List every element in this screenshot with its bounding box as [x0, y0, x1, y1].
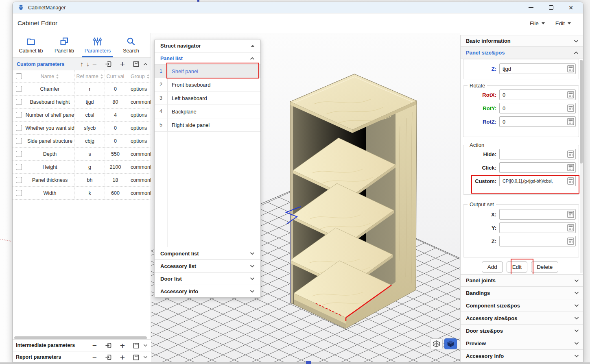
col-header-group[interactable]: Group — [131, 74, 145, 79]
minimize-button[interactable] — [528, 4, 534, 11]
calculator-icon[interactable] — [567, 118, 574, 125]
sort-icon[interactable] — [56, 74, 59, 79]
add-icon[interactable]: + — [120, 60, 125, 68]
calculator-icon[interactable] — [567, 105, 574, 112]
struct-navigator-header[interactable]: Struct navigator — [155, 39, 260, 52]
remove-icon[interactable]: − — [92, 60, 97, 68]
row-checkbox[interactable] — [16, 99, 22, 105]
panel-list-item-shelf-panel[interactable]: 1 Shelf panel — [155, 65, 260, 78]
rotx-input[interactable] — [499, 89, 576, 100]
sort-icon[interactable] — [100, 74, 103, 79]
calculator-icon[interactable] — [567, 238, 574, 245]
row-checkbox[interactable] — [16, 190, 22, 196]
select-all-checkbox[interactable] — [16, 73, 22, 79]
calculator-icon[interactable] — [567, 177, 574, 185]
calculator-icon[interactable] — [567, 164, 574, 171]
menu-edit[interactable]: Edit — [555, 20, 571, 26]
import-icon[interactable] — [105, 342, 112, 349]
calculator-icon[interactable] — [567, 65, 574, 72]
collapse-icon[interactable] — [143, 63, 148, 66]
section-accessory-info[interactable]: Accessory info — [155, 285, 260, 297]
out-z-input[interactable] — [499, 236, 576, 246]
section-door-list[interactable]: Door list — [155, 272, 260, 285]
panel-list-header[interactable]: Panel list — [155, 52, 260, 65]
table-row[interactable]: Side panel structure cbjg 0 options — [13, 135, 151, 148]
hide-input[interactable] — [499, 149, 576, 159]
table-row[interactable]: Number of shelf pane cbsl 4 options — [13, 109, 151, 122]
tab-cabinet-lib[interactable]: Cabinet lib — [14, 33, 48, 57]
remove-icon[interactable]: − — [92, 353, 97, 361]
row-checkbox[interactable] — [16, 112, 22, 118]
click-input[interactable] — [499, 162, 576, 173]
col-header-val[interactable]: Curr val — [107, 74, 125, 79]
table-row[interactable]: Height g 2100 commonly — [13, 161, 151, 174]
tab-parameters[interactable]: Parameters — [81, 33, 114, 57]
section-accessory-list[interactable]: Accessory list — [155, 259, 260, 272]
table-row[interactable]: Panel thickness bh 18 commonly — [13, 174, 151, 187]
vertical-scrollbar[interactable] — [580, 60, 583, 273]
edit-button[interactable]: Edit — [507, 262, 527, 272]
section-panel-size-pos[interactable]: Panel size&pos — [461, 47, 583, 59]
table-row[interactable]: Baseboard height tjgd 80 commonly — [13, 96, 151, 109]
tab-panel-lib[interactable]: Panel lib — [48, 33, 81, 57]
calculator-icon[interactable] — [567, 150, 574, 158]
collapse-triangle-icon[interactable] — [251, 45, 255, 47]
horizontal-scrollbar[interactable] — [14, 336, 147, 339]
section-accessory-size-pos[interactable]: Accessory size&pos — [461, 312, 583, 325]
row-checkbox[interactable] — [16, 138, 22, 144]
col-header-ref[interactable]: Ref name — [76, 74, 98, 79]
move-up-icon[interactable]: ↑ — [80, 61, 83, 68]
section-preview[interactable]: Preview — [461, 337, 583, 350]
section-panel-joints[interactable]: Panel joints — [461, 274, 583, 287]
calculator-icon[interactable] — [567, 211, 574, 218]
table-row[interactable]: Depth s 550 commonly — [13, 148, 151, 161]
custom-input[interactable] — [499, 176, 576, 186]
expand-icon[interactable] — [143, 344, 148, 347]
roty-input[interactable] — [499, 103, 576, 113]
wireframe-view-button[interactable] — [430, 338, 443, 349]
menu-file[interactable]: File — [530, 20, 545, 26]
section-component-list[interactable]: Component list — [155, 247, 260, 259]
section-basic-information[interactable]: Basic information — [461, 35, 583, 47]
table-row[interactable]: Whether you want sid sfycb 0 options — [13, 122, 151, 135]
move-down-icon[interactable]: ↓ — [86, 61, 90, 68]
row-checkbox[interactable] — [16, 151, 22, 157]
calculator-icon[interactable] — [567, 91, 574, 98]
col-header-name[interactable]: Name — [41, 74, 54, 79]
section-bandings[interactable]: Bandings — [461, 287, 583, 299]
save-icon[interactable] — [133, 342, 140, 349]
section-accessory-info-props[interactable]: Accessory info — [461, 350, 583, 362]
maximize-button[interactable] — [548, 4, 554, 11]
add-button[interactable]: Add — [482, 262, 503, 272]
table-row[interactable]: Width k 600 commonly — [13, 187, 151, 200]
delete-button[interactable]: Delete — [531, 262, 558, 272]
close-button[interactable]: ✕ — [568, 4, 574, 11]
cabinet-3d-model[interactable] — [290, 74, 417, 329]
calculator-icon[interactable] — [567, 224, 574, 231]
save-icon[interactable] — [133, 354, 140, 361]
expand-icon[interactable] — [143, 355, 148, 359]
add-icon[interactable]: + — [120, 341, 125, 350]
panel-list-item-right-side-panel[interactable]: 5 Right side panel — [155, 118, 260, 132]
import-icon[interactable] — [105, 60, 112, 68]
remove-icon[interactable]: − — [92, 342, 97, 349]
out-y-input[interactable] — [499, 222, 576, 233]
panel-list-item-front-baseboard[interactable]: 2 Front baseboard — [155, 78, 260, 92]
table-row[interactable]: Chamfer r 0 options — [13, 83, 151, 96]
solid-view-button[interactable] — [444, 338, 457, 349]
row-checkbox[interactable] — [16, 86, 22, 92]
import-icon[interactable] — [105, 353, 112, 361]
pos-z-input[interactable] — [499, 63, 576, 74]
add-icon[interactable]: + — [120, 353, 125, 362]
section-door-size-pos[interactable]: Door size&pos — [461, 325, 583, 337]
row-checkbox[interactable] — [16, 164, 22, 170]
out-x-input[interactable] — [499, 209, 576, 220]
row-checkbox[interactable] — [16, 125, 22, 131]
save-icon[interactable] — [133, 61, 140, 68]
panel-list-item-left-baseboard[interactable]: 3 Left baseboard — [155, 92, 260, 105]
tab-search[interactable]: Search — [114, 33, 148, 57]
panel-list-item-backplane[interactable]: 4 Backplane — [155, 105, 260, 118]
row-checkbox[interactable] — [16, 177, 22, 183]
section-component-size-pos[interactable]: Component size&pos — [461, 299, 583, 312]
sort-icon[interactable] — [146, 74, 150, 79]
